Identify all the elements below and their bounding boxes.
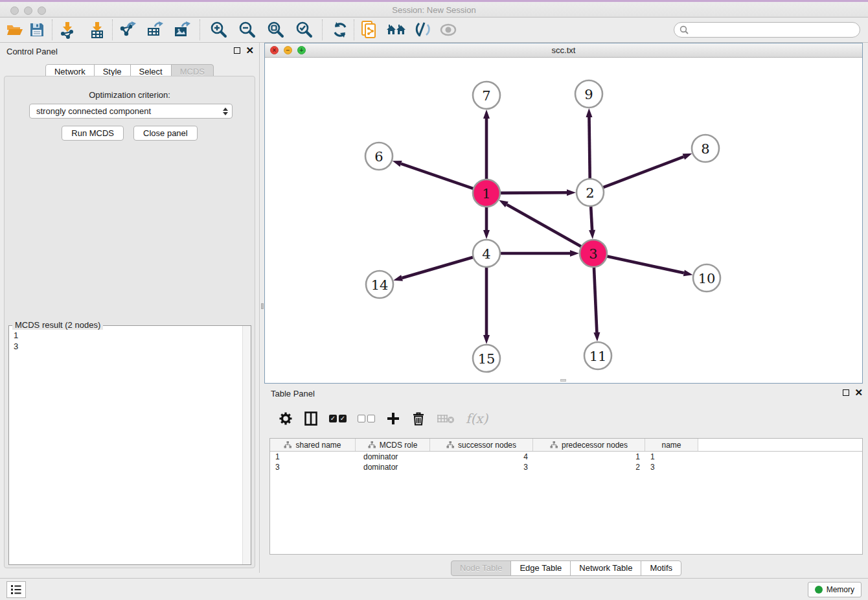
cell-predecessor-nodes[interactable]: 2 [533, 462, 645, 472]
status-bar: Memory [0, 578, 868, 600]
canvas-scroll-handle[interactable] [560, 379, 566, 382]
cell-name[interactable]: 1 [645, 452, 698, 462]
tab-network-table[interactable]: Network Table [570, 560, 641, 576]
graph-edge-1-2[interactable] [499, 192, 567, 193]
result-scrollbar[interactable] [242, 326, 251, 564]
control-panel: Control Panel ✕ Network Style Select MCD… [0, 43, 259, 573]
column-header-mcds-role[interactable]: MCDS role [356, 439, 430, 451]
graph-edge-1-6[interactable] [401, 164, 475, 189]
column-header-name[interactable]: name [645, 439, 698, 451]
toolbar-separator [200, 19, 200, 40]
graph-node-label-9: 9 [584, 87, 593, 102]
search-icon [680, 25, 689, 34]
zoom-fit-icon[interactable] [265, 19, 287, 40]
graph-node-label-3: 3 [589, 246, 597, 262]
column-label: shared name [295, 441, 341, 450]
graph-edge-3-11[interactable] [594, 266, 597, 332]
graph-edge-2-3[interactable] [591, 205, 592, 230]
delete-row-icon[interactable] [411, 411, 426, 426]
mcds-result-text[interactable]: 1 3 [9, 326, 251, 352]
toggle-graphics-details-icon[interactable] [411, 19, 433, 40]
table-settings-icon[interactable] [279, 411, 293, 426]
tab-edge-table[interactable]: Edge Table [510, 560, 571, 576]
panel-splitter[interactable] [259, 43, 264, 573]
cell-shared-name[interactable]: 1 [270, 452, 356, 462]
mcds-panel: Optimization criterion: strongly connect… [4, 76, 255, 568]
search-input[interactable] [689, 24, 860, 36]
attribute-icon [368, 441, 376, 448]
network-view-window: × − + scc.txt 7968124314101511 [264, 43, 863, 384]
zoom-out-icon[interactable] [236, 19, 258, 40]
deselect-all-icon[interactable] [358, 415, 375, 422]
close-panel-icon[interactable]: ✕ [246, 47, 254, 54]
graph-edge-2-9[interactable] [589, 117, 589, 180]
export-network-icon[interactable] [117, 19, 139, 40]
zoom-in-icon[interactable] [208, 19, 230, 40]
node-table[interactable]: shared name MCDS role successor nodes pr… [269, 438, 863, 555]
search-field[interactable] [674, 22, 860, 38]
task-history-button[interactable] [6, 581, 26, 598]
table-panel-title: Table Panel [271, 389, 315, 398]
app-titlebar: Session: New Session [0, 0, 868, 17]
cell-mcds-role[interactable]: dominator [356, 462, 430, 472]
close-panel-button[interactable]: Close panel [133, 126, 198, 141]
import-table-icon[interactable] [86, 19, 108, 40]
cell-shared-name[interactable]: 3 [270, 462, 356, 472]
delete-column-icon [437, 413, 455, 424]
graph-node-label-6: 6 [374, 149, 383, 165]
open-session-icon[interactable] [4, 19, 26, 40]
column-label: successor nodes [458, 441, 516, 450]
column-header-successor-nodes[interactable]: successor nodes [430, 439, 533, 451]
graph-node-label-15: 15 [478, 351, 496, 367]
float-panel-icon[interactable] [843, 389, 849, 396]
add-row-icon[interactable] [386, 411, 400, 426]
export-image-icon[interactable] [171, 19, 193, 40]
optimization-criterion-dropdown[interactable]: strongly connected component [29, 104, 233, 119]
cell-successor-nodes[interactable]: 3 [430, 462, 533, 472]
network-graph[interactable]: 7968124314101511 [265, 58, 862, 383]
float-panel-icon[interactable] [234, 47, 240, 54]
cell-name[interactable]: 3 [645, 462, 698, 472]
network-window-titlebar[interactable]: × − + scc.txt [265, 43, 862, 58]
graph-node-label-7: 7 [482, 88, 490, 104]
apply-layout-icon[interactable] [329, 19, 351, 40]
graph-edge-3-10[interactable] [606, 256, 684, 273]
mcds-result-box: MCDS result (2 nodes) 1 3 [8, 325, 251, 565]
cell-predecessor-nodes[interactable]: 1 [533, 452, 645, 462]
zoom-selected-icon[interactable] [293, 19, 315, 40]
run-mcds-button[interactable]: Run MCDS [62, 126, 124, 141]
new-network-from-selection-icon[interactable] [358, 19, 380, 40]
graph-edge-3-1[interactable] [507, 205, 582, 248]
toolbar-separator [354, 19, 354, 40]
graph-edge-2-8[interactable] [602, 157, 684, 188]
attribute-icon [550, 441, 558, 448]
mcds-result-legend: MCDS result (2 nodes) [12, 320, 103, 330]
memory-button[interactable]: Memory [808, 582, 862, 597]
cell-mcds-role[interactable]: dominator [356, 452, 430, 462]
select-all-icon[interactable]: ✓✓ [329, 415, 347, 422]
table-row[interactable]: 3 dominator 3 2 3 [270, 462, 862, 472]
tab-motifs[interactable]: Motifs [641, 560, 681, 576]
list-icon [10, 584, 22, 595]
network-view-title: scc.txt [265, 45, 862, 55]
first-neighbors-icon[interactable] [385, 19, 407, 40]
graph-edge-4-14[interactable] [402, 257, 475, 278]
export-table-icon[interactable] [144, 19, 166, 40]
splitter-handle[interactable] [261, 303, 264, 309]
import-network-icon[interactable] [56, 19, 78, 40]
optimization-criterion-label: Optimization criterion: [5, 90, 255, 100]
tab-node-table[interactable]: Node Table [451, 560, 512, 576]
table-header-row: shared name MCDS role successor nodes pr… [270, 439, 862, 452]
close-panel-icon[interactable]: ✕ [854, 389, 863, 396]
column-visibility-icon[interactable] [304, 411, 318, 426]
graph-node-label-4: 4 [482, 246, 490, 262]
graph-node-label-8: 8 [701, 141, 709, 157]
network-canvas[interactable]: 7968124314101511 [265, 58, 862, 383]
dropdown-value: strongly connected component [36, 106, 223, 116]
save-session-icon[interactable] [26, 19, 48, 40]
table-row[interactable]: 1 dominator 4 1 1 [270, 452, 862, 462]
graphics-details-icon [437, 19, 459, 40]
cell-successor-nodes[interactable]: 4 [430, 452, 533, 462]
column-header-predecessor-nodes[interactable]: predecessor nodes [533, 439, 645, 451]
column-header-shared-name[interactable]: shared name [270, 439, 356, 451]
